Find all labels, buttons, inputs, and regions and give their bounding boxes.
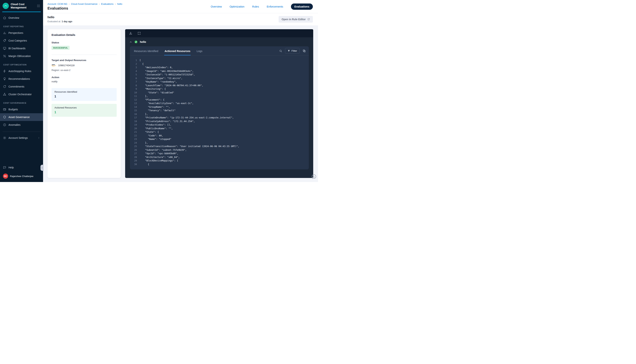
tab-logs[interactable]: Logs [196,46,203,55]
resources-identified-tile: Resources Identified 1 [52,88,117,101]
line-text: "Code": 80, [140,134,163,138]
sidebar-nav: Overview COST REPORTING Perspectives Cos… [0,12,43,162]
sidebar-item-asset-governance[interactable]: Asset Governance [0,113,43,121]
monitor-icon [3,47,6,50]
breadcrumb-evaluations[interactable]: Evaluations [101,2,113,5]
line-number: 20 [130,127,137,130]
sidebar-item-bi-dashboards[interactable]: BI Dashboards [0,44,43,52]
evaluation-subheader: hello Evaluated at:1 day ago Open in Rul… [43,13,318,26]
code-line: 28 "Architecture": "x86_64", [130,155,305,159]
result-accordion-header[interactable]: hello [125,37,313,46]
actioned-resources-label: Actioned Resources [55,106,114,109]
sidebar-item-overview[interactable]: Overview [0,14,43,22]
code-line: 16 }, [130,112,305,116]
line-text: "ProductCodes": [], [140,123,171,127]
expand-icon[interactable] [137,32,141,35]
sidebar-item-label: BI Dashboards [9,47,26,50]
line-number: 6 [130,76,137,80]
sidebar-item-label: Cost Categories [9,39,27,42]
line-text: "StateTransitionReason": "User initiated… [140,144,239,148]
download-icon[interactable] [129,32,132,35]
line-text: "SubnetId": "subnet-75fe9b39", [140,148,187,152]
open-in-rule-editor-label: Open in Rule Editor [281,18,306,21]
evaluation-details-card: Evaluation Details Status SUCCESSFUL Tar… [48,29,121,178]
sidebar-item-account-settings[interactable]: Account Settings [0,134,43,142]
line-number: 12 [130,98,137,102]
sidebar-item-margin-obfuscation[interactable]: Margin Obfuscation [0,52,43,60]
main-area: Account: CCM-NG › Cloud Asset Governance… [43,0,318,182]
nav-overview[interactable]: Overview [211,5,222,8]
chevron-up-icon[interactable] [129,41,132,44]
sidebar-item-cluster-orchestrator[interactable]: Cluster Orchestrator [0,90,43,98]
line-text: }, [140,94,148,98]
line-text: "Tenancy": "default" [140,109,176,112]
result-name: hello [140,40,146,44]
sidebar-item-autostopping-rules[interactable]: AutoStopping Rules [0,67,43,75]
sidebar-collapse-handle[interactable] [41,165,44,171]
nav-rules[interactable]: Rules [252,5,259,8]
details-card-title: Evaluation Details [52,33,117,36]
nav-evaluations-active[interactable]: Evaluations [291,4,313,10]
code-line: 30 { [130,162,305,166]
line-number: 28 [130,155,137,159]
tab-resources-identified[interactable]: Resources Identified [134,46,159,55]
sidebar-item-commitments[interactable]: Commitments [0,83,43,90]
code-line: 5 "InstanceId": "i-00512145e7372325d", [130,73,305,76]
section-label-cost-governance: COST GOVERNANCE [3,102,40,104]
filter-label: Filter [291,50,297,52]
nav-enforcements[interactable]: Enforcements [267,5,283,8]
code-line: 19 "ProductCodes": [], [130,123,305,127]
line-text: "Monitoring": { [140,87,166,91]
aws-logo-icon: aws [52,64,57,67]
filter-button[interactable]: Filter [285,48,299,54]
line-text: }, [140,112,148,116]
copy-icon[interactable] [302,49,306,52]
sidebar-item-label: Commitments [9,85,24,88]
line-number: 10 [130,91,137,94]
breadcrumb-cloud-asset-governance[interactable]: Cloud Asset Governance [71,2,98,5]
user-menu[interactable]: RC Rajarshee Chatterjee [0,171,43,180]
sidebar-item-label: AutoStopping Rules [9,70,31,72]
sidebar-item-cost-categories[interactable]: Cost Categories [0,37,43,44]
evaluated-at-value: 1 day ago [62,20,72,23]
json-code-block[interactable]: 1 [ 2 { 3 "AmiLaunchIndex": 0, 4 "ImageI… [130,56,309,169]
module-switcher-icon[interactable] [37,4,41,8]
line-number: 15 [130,109,137,112]
line-number: 17 [130,116,137,120]
sidebar-item-perspectives[interactable]: Perspectives [0,29,43,37]
sidebar-item-label: Margin Obfuscation [9,54,31,58]
line-text: "State": { [140,130,159,134]
open-in-rule-editor-button[interactable]: Open in Rule Editor [279,16,313,22]
line-text: "KeyName": "randomkey", [140,80,177,84]
help-button[interactable]: Help [0,164,43,171]
resources-identified-label: Resources Identified [55,90,114,93]
breadcrumb-account[interactable]: Account: CCM-NG [48,2,67,5]
line-number: 2 [130,62,137,66]
evaluation-name: hello [48,16,72,19]
sidebar-item-budgets[interactable]: Budgets [0,106,43,113]
code-line: 4 "ImageId": "ami-002438e556dd03e4c", [130,69,305,73]
line-number: 5 [130,73,137,76]
nav-optimization[interactable]: Optimization [229,5,244,8]
tab-actioned-resources[interactable]: Actioned Resources [164,46,191,55]
line-text: "Placement": { [140,98,164,102]
breadcrumb-separator: › [99,3,100,5]
breadcrumb-hello[interactable]: hello [117,2,122,5]
sidebar-item-recommendations[interactable]: Recommendations [0,75,43,83]
support-chat-icon[interactable] [311,174,317,180]
line-number: 13 [130,102,137,105]
tag-icon [3,39,6,42]
action-value: notify [52,80,117,83]
line-text: { [140,162,149,166]
search-icon[interactable] [279,50,282,52]
code-line: 10 "State": "disabled" [130,91,305,94]
code-line: 25 "StateTransitionReason": "User initia… [130,144,305,148]
top-nav: Overview Optimization Rules Enforcements… [211,4,313,10]
evaluated-at: Evaluated at:1 day ago [48,20,72,23]
sidebar-item-anomalies[interactable]: Anomalies [0,121,43,129]
lightning-icon [3,70,6,73]
code-line: 24 }, [130,141,305,145]
help-label: Help [9,166,14,169]
line-text: "PublicDnsName": "", [140,127,173,130]
home-icon [3,16,6,20]
